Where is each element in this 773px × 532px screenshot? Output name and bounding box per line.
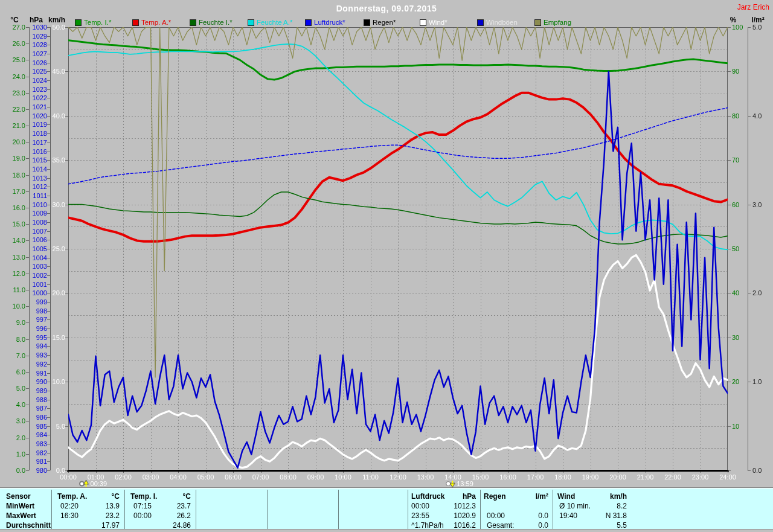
wind-axis-label: 5.0 [29, 423, 65, 430]
legend-item-label: Wind* [429, 19, 447, 26]
bottom-strip [0, 530, 773, 532]
rain-axis-label: 5.0 [752, 24, 773, 31]
table-cell: 24.86 [124, 521, 191, 530]
x-axis-label: 00:00 [55, 473, 82, 481]
legend-swatch-icon [248, 19, 254, 26]
table-row-label: Sensor [6, 492, 31, 501]
pressure-axis-label: 999 [11, 298, 47, 306]
pressure-axis-label: 1028 [11, 41, 47, 48]
wind-axis-label: 10.0 [29, 378, 65, 385]
table-cell: 23.2 [53, 511, 120, 521]
table-cell: 1020.9 [409, 511, 476, 521]
table-separator [480, 490, 481, 529]
pressure-axis-label: 997 [11, 316, 47, 323]
pressure-axis-label: 1008 [11, 219, 47, 226]
table-cell: 0.0 [482, 521, 548, 530]
rain-axis-label: 4.0 [752, 112, 773, 120]
pressure-axis-label: 982 [11, 449, 47, 457]
x-axis-label: 20:00 [605, 473, 631, 481]
legend-item-label: Temp. A.* [141, 19, 171, 26]
x-axis-label: 03:00 [138, 473, 164, 481]
legend-swatch-icon [190, 19, 196, 26]
pressure-axis-label: 991 [11, 370, 47, 377]
table-row-label: MaxWert [6, 511, 36, 521]
table-col-unit: km/h [560, 492, 627, 501]
table-row-label: Durchschnitt [6, 521, 51, 530]
x-axis-label: 19:00 [577, 473, 604, 481]
wind-axis-label: 50.0 [29, 24, 65, 31]
pressure-axis-label: 1001 [11, 281, 47, 288]
table-cell: 26.2 [124, 511, 191, 521]
pressure-axis-label: 1009 [11, 210, 47, 217]
legend-item-label: Luftdruck* [314, 19, 345, 26]
wind-axis-label: 45.0 [29, 68, 65, 75]
pressure-axis-label: 1023 [11, 86, 47, 93]
pressure-axis-label: 1007 [11, 228, 47, 235]
x-axis-label: 16:00 [495, 473, 521, 481]
pressure-axis-label: 1026 [11, 59, 47, 66]
pressure-axis-label: 1002 [11, 272, 47, 279]
pressure-axis-label: 981 [11, 458, 47, 465]
wind-axis-label: 40.0 [29, 112, 65, 120]
pressure-axis-label: 1011 [11, 192, 47, 199]
table-separator [553, 490, 553, 529]
legend-swatch-icon [364, 19, 370, 26]
humidity-axis-label: 70 [732, 156, 768, 164]
pressure-axis-label: 989 [11, 387, 47, 394]
table-separator [408, 490, 408, 529]
axis-header-rain: l/m² [746, 16, 769, 24]
pressure-axis-label: 1003 [11, 263, 47, 270]
table-cell: 5.5 [560, 521, 627, 530]
table-cell: 1012.3 [409, 501, 476, 511]
rain-axis-label: 1.0 [752, 378, 773, 385]
table-col-unit: l/m² [482, 492, 548, 501]
x-axis-label: 23:00 [687, 473, 714, 481]
wind-axis-label: 35.0 [29, 156, 65, 164]
moonrise-marker-label: 00:39 [91, 480, 107, 487]
legend-item-label: Feuchte A.* [257, 19, 292, 26]
table-cell: 23.7 [124, 501, 191, 511]
pressure-axis-label: 983 [11, 440, 47, 447]
table-row-label: MinWert [6, 501, 34, 511]
x-axis-label: 24:00 [714, 473, 741, 481]
pressure-axis-label: 984 [11, 431, 47, 438]
x-axis-label: 07:00 [248, 473, 274, 481]
legend-swatch-icon [534, 19, 541, 26]
pressure-axis-label: 987 [11, 405, 47, 412]
x-axis-label: 09:00 [303, 473, 329, 481]
pressure-axis-label: 1006 [11, 236, 47, 243]
table-separator [267, 490, 268, 529]
wind-axis-label: 20.0 [29, 289, 65, 296]
x-axis-label: 04:00 [165, 473, 191, 481]
pressure-axis-label: 1013 [11, 175, 47, 182]
x-axis-label: 13:00 [412, 473, 439, 481]
table-separator [196, 490, 196, 529]
pressure-axis-label: 1016 [11, 148, 47, 155]
wind-axis-label: 30.0 [29, 201, 65, 208]
table-cell: 1016.2 [409, 521, 476, 530]
pressure-axis-label: 1018 [11, 130, 47, 137]
x-axis-label: 11:00 [358, 473, 384, 481]
pressure-axis-label: 1004 [11, 254, 47, 261]
legend-item-label: Windböen [486, 19, 518, 26]
pressure-axis-label: 1024 [11, 77, 47, 84]
table-separator [338, 490, 339, 529]
table-cell: 8.2 [560, 501, 627, 511]
legend-swatch-icon [420, 19, 426, 26]
rain-axis-label: 3.0 [752, 201, 773, 208]
rain-axis-label: 2.0 [752, 289, 773, 296]
x-axis-label: 10:00 [330, 473, 356, 481]
table-col-unit: hPa [409, 492, 476, 501]
legend-item-label: Regen* [373, 19, 396, 26]
table-cell: 13.9 [53, 501, 120, 511]
x-axis-label: 22:00 [659, 473, 686, 481]
x-axis-label: 05:00 [193, 473, 219, 481]
pressure-axis-label: 993 [11, 351, 47, 359]
pressure-axis-label: 1019 [11, 121, 47, 128]
x-axis-label: 18:00 [550, 473, 576, 481]
pressure-axis-label: 992 [11, 361, 47, 368]
pressure-axis-label: 1021 [11, 103, 47, 111]
pressure-axis-label: 1017 [11, 139, 47, 146]
stats-table: SensorMinWertMaxWertDurchschnittTemp. A.… [0, 488, 773, 530]
table-cell: 17.97 [53, 521, 120, 530]
